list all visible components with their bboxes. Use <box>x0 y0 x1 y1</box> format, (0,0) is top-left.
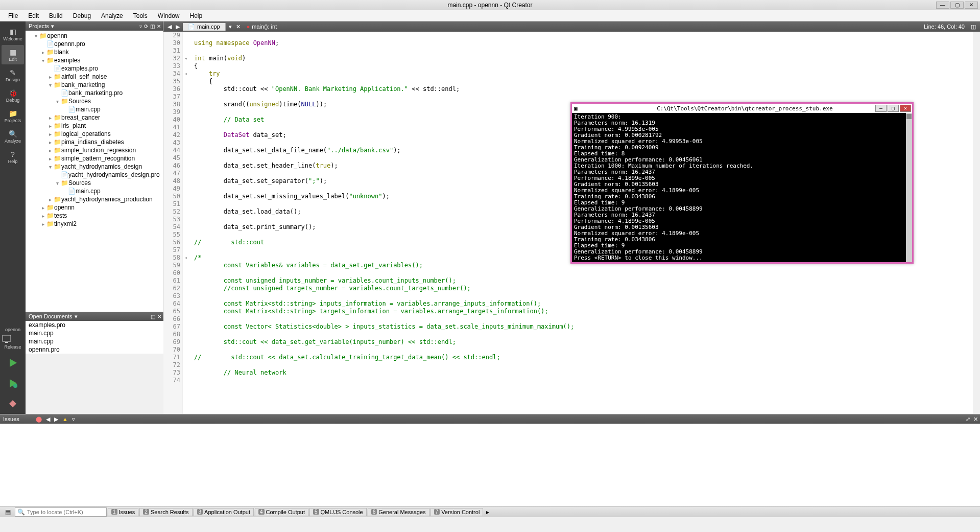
tree-item[interactable]: ▸📁blank <box>26 48 163 56</box>
next-issue-icon[interactable]: ▶ <box>54 416 58 423</box>
console-output[interactable]: Iteration 900: Parameters norm: 16.1319 … <box>572 113 912 262</box>
filter-errors-icon[interactable]: ⬤ <box>36 416 42 423</box>
locator[interactable]: 🔍 <box>15 507 107 517</box>
open-document-item[interactable]: main.cpp <box>26 337 163 345</box>
tree-item[interactable]: ▾📁Sources <box>26 179 163 187</box>
filter-icon[interactable]: ▿ <box>72 416 75 423</box>
tree-item[interactable]: ▾📁opennn <box>26 32 163 40</box>
mode-analyze[interactable]: 🔍Analyze <box>2 127 24 146</box>
tree-twisty-icon[interactable]: ▸ <box>40 221 46 227</box>
expand-icon[interactable]: ⤢ <box>966 416 970 423</box>
output-tab-application-output[interactable]: 3Application Output <box>194 508 254 516</box>
open-document-item[interactable]: opennn.pro <box>26 345 163 354</box>
tree-twisty-icon[interactable]: ▸ <box>40 50 46 55</box>
tree-item[interactable]: 📄examples.pro <box>26 64 163 73</box>
menu-build[interactable]: Build <box>44 11 68 20</box>
editor-scrollbar[interactable] <box>973 32 980 414</box>
output-tab-general-messages[interactable]: 6General Messages <box>368 508 429 516</box>
close-panel-icon[interactable]: ✕ <box>157 24 161 29</box>
console-close-button[interactable]: ✕ <box>900 105 911 112</box>
tree-item[interactable]: ▸📁breast_cancer <box>26 113 163 122</box>
mode-design[interactable]: ✎Design <box>2 65 24 85</box>
split-editor-icon[interactable]: ◫ <box>969 24 978 30</box>
tree-item[interactable]: ▸📁logical_operations <box>26 130 163 138</box>
tree-twisty-icon[interactable]: ▸ <box>40 213 46 219</box>
tree-item[interactable]: ▸📁iris_plant <box>26 122 163 130</box>
more-outputs-icon[interactable]: ▸ <box>484 508 491 516</box>
tree-twisty-icon[interactable]: ▸ <box>47 148 53 153</box>
close-issues-icon[interactable]: ✕ <box>973 416 978 423</box>
close-panel-icon[interactable]: ✕ <box>157 314 161 319</box>
tree-item[interactable]: 📄yacht_hydrodynamics_design.pro <box>26 171 163 179</box>
sync-icon[interactable]: ⟳ <box>144 24 148 29</box>
tree-twisty-icon[interactable]: ▸ <box>47 156 53 161</box>
tree-item[interactable]: ▾📁examples <box>26 56 163 64</box>
tab-dropdown-icon[interactable]: ▾ <box>227 24 234 30</box>
tree-twisty-icon[interactable]: ▾ <box>33 33 39 39</box>
open-document-item[interactable]: examples.pro <box>26 321 163 329</box>
menu-window[interactable]: Window <box>153 11 185 20</box>
tree-item[interactable]: ▸📁simple_pattern_recognition <box>26 154 163 163</box>
output-tab-search-results[interactable]: 2Search Results <box>139 508 192 516</box>
tree-item[interactable]: 📄main.cpp <box>26 105 163 113</box>
mode-projects[interactable]: 📁Projects <box>2 106 24 126</box>
minimize-button[interactable]: — <box>936 2 949 9</box>
scroll-up-icon[interactable] <box>906 114 912 119</box>
run-button[interactable] <box>6 356 20 370</box>
tree-item[interactable]: ▾📁yacht_hydrodynamics_design <box>26 163 163 171</box>
tree-item[interactable]: 📄bank_marketing.pro <box>26 89 163 97</box>
project-tree[interactable]: ▾📁opennn 📄opennn.pro▸📁blank▾📁examples 📄e… <box>26 31 163 312</box>
tree-item[interactable]: ▸📁yacht_hydrodynamics_production <box>26 195 163 203</box>
mode-welcome[interactable]: ◧Welcome <box>2 25 24 44</box>
menu-file[interactable]: File <box>3 11 23 20</box>
tree-twisty-icon[interactable]: ▸ <box>47 197 53 202</box>
back-button[interactable]: ◀ <box>165 24 174 30</box>
tree-twisty-icon[interactable]: ▾ <box>47 82 53 88</box>
run-debug-button[interactable] <box>6 376 20 390</box>
tree-twisty-icon[interactable]: ▸ <box>47 115 53 121</box>
tree-twisty-icon[interactable]: ▾ <box>54 99 60 104</box>
close-tab-icon[interactable]: ✕ <box>234 24 243 30</box>
tree-item[interactable]: ▸📁opennn <box>26 203 163 212</box>
tree-item[interactable]: ▸📁tinyxml2 <box>26 220 163 228</box>
toggle-sidebar-icon[interactable]: ▤ <box>2 508 14 516</box>
editor-tab[interactable]: 📄 main.cpp <box>183 23 226 31</box>
tree-twisty-icon[interactable]: ▸ <box>40 205 46 211</box>
output-tab-issues[interactable]: 1Issues <box>108 508 138 516</box>
build-button[interactable] <box>6 397 20 411</box>
console-minimize-button[interactable]: — <box>875 105 887 112</box>
output-tab-qml-js-console[interactable]: 5QML/JS Console <box>309 508 367 516</box>
tree-twisty-icon[interactable]: ▸ <box>47 123 53 129</box>
tree-twisty-icon[interactable]: ▸ <box>47 131 53 137</box>
open-document-item[interactable]: main.cpp <box>26 329 163 337</box>
tree-item[interactable]: ▾📁Sources <box>26 97 163 105</box>
tree-twisty-icon[interactable]: ▾ <box>40 58 46 63</box>
tree-item[interactable]: ▸📁pima_indians_diabetes <box>26 138 163 146</box>
chevron-down-icon[interactable]: ▾ <box>75 313 78 320</box>
tree-item[interactable]: ▸📁simple_function_regression <box>26 146 163 154</box>
tree-twisty-icon[interactable]: ▸ <box>47 140 53 145</box>
tree-item[interactable]: ▸📁tests <box>26 212 163 220</box>
mode-edit[interactable]: ▦Edit <box>2 45 24 64</box>
kit-selector[interactable]: opennn Release <box>2 324 24 353</box>
menu-edit[interactable]: Edit <box>23 11 44 20</box>
console-title-bar[interactable]: ▣ C:\Qt\Tools\QtCreator\bin\qtcreator_pr… <box>572 104 912 113</box>
mode-help[interactable]: ?Help <box>2 147 24 167</box>
menu-analyze[interactable]: Analyze <box>96 11 128 20</box>
output-tab-compile-output[interactable]: 4Compile Output <box>255 508 308 516</box>
locator-input[interactable] <box>27 509 104 515</box>
tree-twisty-icon[interactable]: ▾ <box>47 164 53 170</box>
tree-twisty-icon[interactable]: ▸ <box>47 74 53 80</box>
console-maximize-button[interactable]: ▢ <box>888 105 899 112</box>
split-icon[interactable]: ◫ <box>150 24 155 29</box>
mode-debug[interactable]: 🐞Debug <box>2 86 24 105</box>
tree-twisty-icon[interactable]: ▾ <box>54 180 60 186</box>
tree-item[interactable]: 📄main.cpp <box>26 187 163 195</box>
console-window[interactable]: ▣ C:\Qt\Tools\QtCreator\bin\qtcreator_pr… <box>570 102 914 264</box>
prev-issue-icon[interactable]: ◀ <box>46 416 50 423</box>
console-scrollbar[interactable] <box>906 113 912 262</box>
tree-item[interactable]: 📄opennn.pro <box>26 40 163 48</box>
filter-icon[interactable]: ▿ <box>139 24 142 29</box>
menu-debug[interactable]: Debug <box>68 11 96 20</box>
tree-item[interactable]: ▸📁airfoil_self_noise <box>26 73 163 81</box>
